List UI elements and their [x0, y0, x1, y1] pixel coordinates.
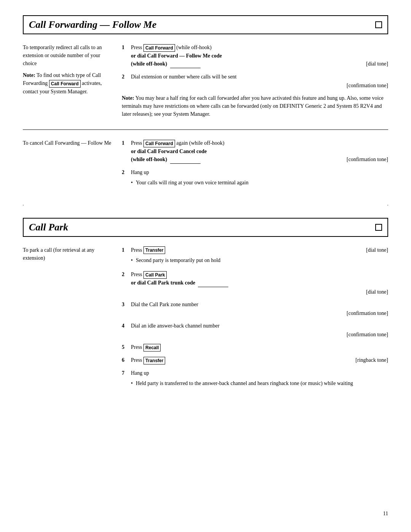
park-step7-bullet: • Held party is transferred to the answe…	[131, 379, 388, 387]
recall-btn: Recall	[143, 344, 161, 351]
park-step6-text: Press Transfer	[131, 356, 165, 364]
call-park-btn: Call Park	[143, 271, 167, 279]
park-step5-num: 5	[122, 343, 128, 351]
section1-cancel-right: 1 Press Call Forward again (while off-ho…	[122, 139, 388, 193]
park-step7-bullet-text: Held party is transferred to the answer-…	[136, 379, 353, 387]
transfer-btn-1: Transfer	[143, 246, 165, 254]
park-step4-tone: [confirmation tone]	[131, 331, 388, 339]
dot-left: •	[23, 204, 24, 206]
park-step2-tone: [dial tone]	[131, 288, 388, 296]
section2-intro: To park a call (for retrieval at any ext…	[23, 246, 114, 262]
park-step1-tone: [dial tone]	[366, 246, 388, 254]
section1-note-label: Note:	[23, 72, 35, 78]
section1-note2: Note: You may hear a half ring for each …	[122, 94, 388, 118]
section1-content: To temporarily redirect all calls to an …	[23, 43, 388, 118]
park-step7-num: 7	[122, 369, 128, 389]
park-step7-bullets: • Held party is transferred to the answe…	[131, 379, 388, 387]
park-step4-line: Dial an idle answer-back channel number	[131, 322, 388, 330]
dot-right: •	[387, 204, 388, 206]
cancel-bullets: • Your calls will ring at your own voice…	[131, 179, 388, 187]
section1-step2: 2 Dial extension or number where calls w…	[122, 73, 388, 89]
section2-left: To park a call (for retrieval at any ext…	[23, 246, 122, 393]
park-step2-line2: or dial Call Park trunk code	[131, 279, 388, 287]
cancel-step1-text: Press Call Forward again (while off-hook…	[131, 139, 225, 147]
section2-header: Call Park	[23, 218, 388, 237]
cancel-step1: 1 Press Call Forward again (while off-ho…	[122, 139, 388, 164]
cancel-bullet1: • Your calls will ring at your own voice…	[131, 179, 388, 187]
section1-intro: To temporarily redirect all calls to an …	[23, 43, 114, 67]
step1-text: Press Call Forward (while off-hook)	[131, 43, 212, 52]
section1-left: To temporarily redirect all calls to an …	[23, 43, 122, 118]
park-step7-body: Hang up • Held party is transferred to t…	[131, 369, 388, 389]
step2-line: Dial extension or number where calls wil…	[131, 73, 388, 81]
park-step1-line: Press Transfer [dial tone]	[131, 246, 388, 254]
section2-checkbox[interactable]	[375, 224, 382, 231]
step1-bold-text: or dial Call Forward — Follow Me code	[131, 52, 222, 60]
park-step3-text: Dial the Call Park zone number	[131, 300, 198, 308]
park-step5: 5 Press Recall	[122, 343, 388, 351]
park-step1-body: Press Transfer [dial tone] • Second part…	[131, 246, 388, 266]
step1-underline	[170, 60, 201, 68]
section2-content: To park a call (for retrieval at any ext…	[23, 246, 388, 393]
step2-tone: [confirmation tone]	[131, 81, 388, 89]
section1-checkbox[interactable]	[375, 21, 382, 28]
park-step6-body: Press Transfer [ringback tone]	[131, 356, 388, 364]
step1-bold-text2: (while off-hook)	[131, 60, 202, 68]
bullet-dot7: •	[131, 379, 133, 387]
call-forward-btn-note: Call Forward	[49, 80, 81, 88]
park-step1-text: Press Transfer	[131, 246, 165, 254]
park-step7-text: Hang up	[131, 370, 149, 376]
park-step6-tone: [ringback tone]	[355, 356, 388, 364]
park-step1: 1 Press Transfer [dial tone] • Second pa…	[122, 246, 388, 266]
section1-cancel-content: To cancel Call Forwarding — Follow Me 1 …	[23, 139, 388, 193]
section-divider-1	[23, 129, 388, 130]
section1-step1: 1 Press Call Forward (while off-hook) or…	[122, 43, 388, 68]
park-step6-line: Press Transfer [ringback tone]	[131, 356, 388, 364]
transfer-btn-2: Transfer	[143, 357, 165, 364]
cancel-step1-body: Press Call Forward again (while off-hook…	[131, 139, 388, 164]
park-step4: 4 Dial an idle answer-back channel numbe…	[122, 322, 388, 339]
park-step3-line: Dial the Call Park zone number	[131, 300, 388, 308]
park-step2-line1: Press Call Park	[131, 270, 388, 279]
cancel-step2-num: 2	[122, 168, 128, 188]
cancel-step1-bold2: (while off-hook) [confirmation tone]	[131, 155, 388, 164]
note2-text: You may hear a half ring for each call f…	[122, 95, 384, 117]
cancel-step1-bold-text2: (while off-hook)	[131, 155, 202, 164]
park-step3-num: 3	[122, 300, 128, 317]
step1-bold-line: or dial Call Forward — Follow Me code	[131, 52, 388, 60]
section2-title: Call Park	[29, 222, 68, 233]
park-step2-underline	[198, 279, 228, 287]
cancel-step2-body: Hang up • Your calls will ring at your o…	[131, 168, 388, 188]
cancel-step1-line1: Press Call Forward again (while off-hook…	[131, 139, 388, 147]
bullet-dot1: •	[131, 256, 133, 264]
cancel-step1-underline	[170, 155, 201, 164]
park-step5-body: Press Recall	[131, 343, 388, 351]
page-number: 11	[383, 511, 388, 517]
park-step1-num: 1	[122, 246, 128, 266]
step1-line1: Press Call Forward (while off-hook)	[131, 43, 388, 52]
step2-body: Dial extension or number where calls wil…	[131, 73, 388, 89]
park-step7: 7 Hang up • Held party is transferred to…	[122, 369, 388, 389]
cancel-bullet1-text: Your calls will ring at your own voice t…	[136, 179, 249, 187]
step2-num: 2	[122, 73, 128, 89]
step1-bold-line2: (while off-hook) [dial tone]	[131, 60, 388, 68]
call-forward-btn-step1: Call Forward	[143, 44, 175, 52]
cancel-step2: 2 Hang up • Your calls will ring at your…	[122, 168, 388, 188]
section2-steps: 1 Press Transfer [dial tone] • Second pa…	[122, 246, 388, 389]
park-step3: 3 Dial the Call Park zone number [confir…	[122, 300, 388, 317]
step1-num: 1	[122, 43, 128, 68]
cancel-intro: To cancel Call Forwarding — Follow Me	[23, 139, 114, 147]
section1-note: Note: To find out which type of Call For…	[23, 71, 114, 96]
section1-cancel-steps: 1 Press Call Forward again (while off-ho…	[122, 139, 388, 188]
call-forward-btn-cancel: Call Forward	[143, 140, 175, 147]
step1-body: Press Call Forward (while off-hook) or d…	[131, 43, 388, 68]
section1-header: Call Forwarding — Follow Me	[23, 15, 388, 34]
section1-right: 1 Press Call Forward (while off-hook) or…	[122, 43, 388, 118]
cancel-step1-tone: [confirmation tone]	[347, 155, 388, 163]
section1-cancel-left: To cancel Call Forwarding — Follow Me	[23, 139, 122, 193]
park-step2: 2 Press Call Park or dial Call Park trun…	[122, 270, 388, 296]
park-step1-bullets: • Second party is temporarily put on hol…	[131, 256, 388, 264]
park-step2-body: Press Call Park or dial Call Park trunk …	[131, 270, 388, 296]
park-step5-text: Press Recall	[131, 344, 161, 350]
park-step2-num: 2	[122, 270, 128, 296]
